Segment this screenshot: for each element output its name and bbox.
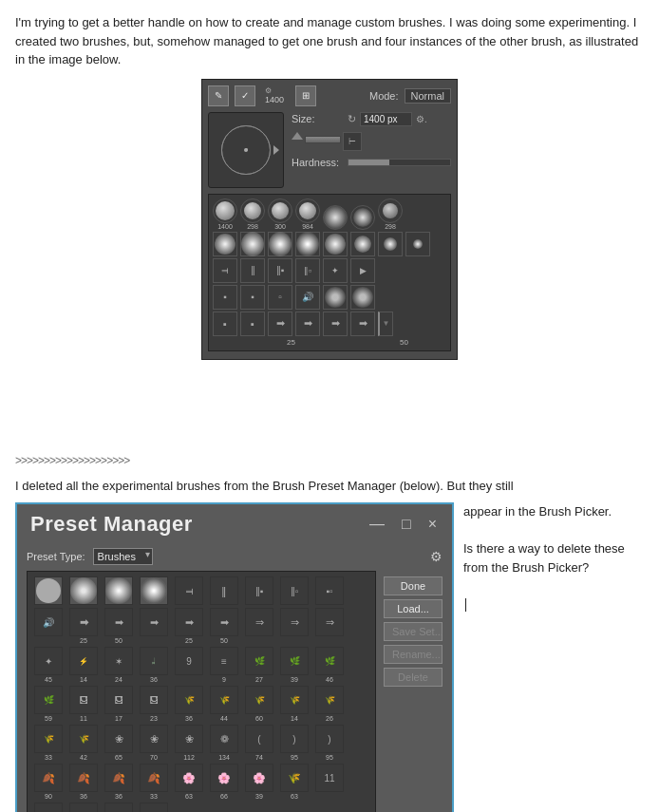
list-item: 🌾 33	[32, 725, 65, 761]
preset-manager-title: Preset Manager	[30, 512, 193, 537]
minimize-button[interactable]: —	[367, 516, 386, 533]
list-item: ➡ 25	[67, 608, 100, 644]
save-set-button[interactable]: Save Set...	[384, 622, 442, 641]
load-button[interactable]: Load...	[384, 599, 442, 618]
list-item: 🍂 36	[67, 764, 100, 800]
list-item: 🌿 59	[32, 686, 65, 722]
mode-label: Mode:	[369, 90, 399, 102]
intro-paragraph: I'm trying to get a better handle on how…	[15, 13, 644, 69]
preset-type-label: Preset Type:	[27, 551, 85, 562]
list-item: 🌾 60	[243, 686, 275, 722]
rename-button[interactable]: Rename...	[384, 645, 442, 664]
brushes-area: ⫤ ‖ ‖▪ ‖▫ ▪▫	[27, 571, 376, 812]
list-item: ➡ 50	[208, 608, 240, 644]
list-item: 🌾 44	[208, 686, 240, 722]
list-item: 🍂 90	[32, 764, 65, 800]
list-item: 🍂 36	[103, 764, 135, 800]
list-item: 🌾 14	[278, 686, 311, 722]
size-input[interactable]: 1400 px	[360, 112, 412, 126]
list-item: ) 95	[313, 725, 346, 761]
list-item: ⇒	[243, 608, 275, 644]
list-item: ⇒	[313, 608, 346, 644]
size-refresh-icon: ↻	[348, 113, 356, 125]
list-item: ⛾ 23	[138, 686, 170, 722]
list-item: ≡ 9	[208, 647, 240, 683]
brush-preview	[208, 112, 284, 188]
list-item	[67, 576, 100, 605]
brush-icon: ✎	[208, 85, 229, 106]
list-item: ✦ 45	[32, 647, 65, 683]
preset-manager-controls: — □ ×	[367, 516, 439, 533]
arrows-col: >>>>>>>>>>>>>>>>>>>>	[15, 373, 129, 467]
list-item: 48	[32, 803, 65, 812]
list-item: 🌾 63	[278, 764, 311, 800]
mode-value: Normal	[405, 88, 451, 104]
list-item: ❀ 112	[173, 725, 205, 761]
list-item: ) 95	[278, 725, 311, 761]
list-item	[32, 576, 65, 605]
preset-type-row: Preset Type: Brushes ⚙	[27, 548, 442, 565]
size-number-top: 1400	[265, 95, 284, 104]
list-item: 100	[138, 803, 170, 812]
done-button[interactable]: Done	[384, 576, 442, 595]
list-item: 🌸 39	[243, 764, 275, 800]
list-item: 🌾 42	[67, 725, 100, 761]
brush-presets-grid: 1400 298 300 984	[208, 194, 451, 351]
layer-icon: ⊞	[295, 85, 316, 106]
list-item: 🌸 66	[208, 764, 240, 800]
list-item: ✶ 24	[103, 647, 135, 683]
list-item: 🌿 27	[243, 647, 275, 683]
list-item: ❀ 65	[103, 725, 135, 761]
layout-row: Preset Manager — □ × Preset Type: Brushe…	[15, 502, 644, 812]
list-item: ▪▫	[313, 576, 346, 605]
list-item: 9	[173, 647, 205, 683]
close-button[interactable]: ×	[426, 516, 439, 533]
list-item: 🌸 63	[173, 764, 205, 800]
list-item: ➡	[138, 608, 170, 644]
list-item: 🔊	[32, 608, 65, 644]
preset-type-select[interactable]: Brushes	[93, 548, 153, 565]
preset-manager-titlebar: Preset Manager — □ ×	[17, 504, 452, 542]
list-item: ➡ 25	[173, 608, 205, 644]
list-item: ❀ 70	[138, 725, 170, 761]
list-item: ( 74	[243, 725, 275, 761]
list-item: ➡ 50	[103, 608, 135, 644]
list-item: 11	[313, 764, 346, 800]
maximize-button[interactable]: □	[400, 516, 413, 533]
check-icon: ✓	[235, 85, 255, 106]
preset-manager-buttons: Done Load... Save Set... Rename... Delet…	[376, 571, 442, 812]
list-item	[103, 576, 135, 605]
list-item: ⚡ 14	[67, 647, 100, 683]
list-item: 32	[67, 803, 100, 812]
list-item: 🌾 36	[173, 686, 205, 722]
right-column-text: appear in the Brush Picker. Is there a w…	[463, 502, 644, 614]
list-item: 🌾 26	[313, 686, 346, 722]
list-item: 🌿 46	[313, 647, 346, 683]
list-item: ‖▫	[278, 576, 311, 605]
cursor-indicator	[465, 598, 466, 612]
preset-manager-wrapper: Preset Manager — □ × Preset Type: Brushe…	[15, 502, 454, 812]
brush-panel: ✎ ✓ ⚙ 1400 ⊞ Mode: Normal Size: ↻ 1400 p…	[201, 79, 458, 360]
list-item: ⛾ 17	[103, 686, 135, 722]
brush-panel-image: ✎ ✓ ⚙ 1400 ⊞ Mode: Normal Size: ↻ 1400 p…	[15, 79, 644, 360]
preset-manager: Preset Manager — □ × Preset Type: Brushe…	[15, 502, 454, 812]
middle-section: >>>>>>>>>>>>>>>>>>>>	[15, 373, 644, 467]
list-item: ❁ 134	[208, 725, 240, 761]
right-text-appear: appear in the Brush Picker.	[463, 502, 644, 521]
deleted-paragraph: I deleted all the experimental brushes f…	[15, 477, 644, 496]
size-gear-icon: ⚙.	[416, 114, 427, 124]
preset-manager-body: Preset Type: Brushes ⚙	[17, 542, 452, 812]
size-label-top: ⚙	[265, 86, 284, 95]
brush-settings: Size: ↻ 1400 px ⚙. ⊢ Hardness:	[292, 112, 451, 188]
size-label: Size:	[292, 113, 344, 124]
list-item	[138, 576, 170, 605]
hardness-label: Hardness:	[292, 157, 344, 168]
list-item: ⇒	[278, 608, 311, 644]
preset-type-dropdown[interactable]: Brushes	[93, 548, 153, 565]
gear-icon[interactable]: ⚙	[430, 549, 442, 564]
list-item: ‖	[208, 576, 240, 605]
delete-button[interactable]: Delete	[384, 668, 442, 687]
list-item: 55	[103, 803, 135, 812]
list-item: ⛾ 11	[67, 686, 100, 722]
preset-manager-inner: ⫤ ‖ ‖▪ ‖▫ ▪▫	[27, 571, 442, 812]
